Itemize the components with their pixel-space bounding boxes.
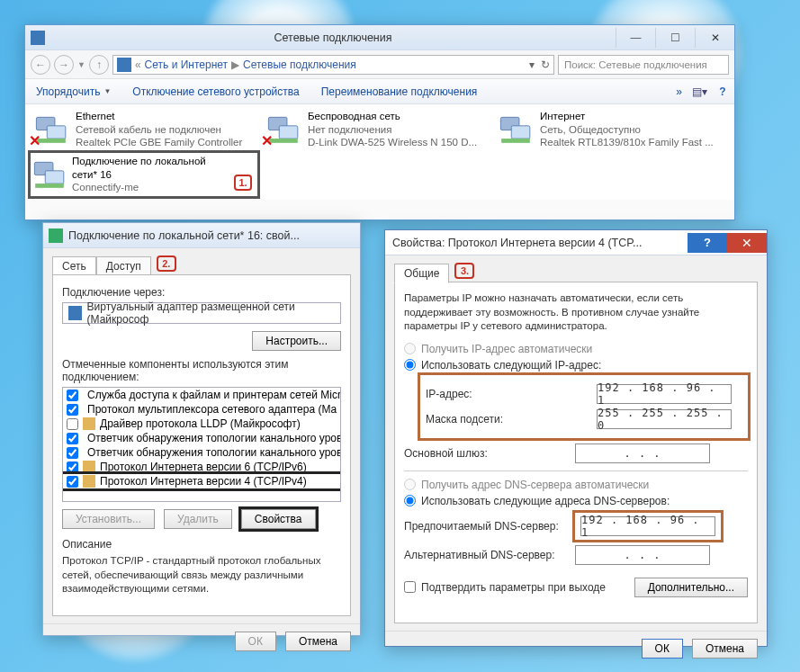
adapter-field: Виртуальный адаптер размещенной сети (Ма… bbox=[62, 302, 341, 324]
mask-input[interactable]: 255 . 255 . 255 . 0 bbox=[597, 409, 732, 429]
network-adapter-icon: ✕ bbox=[32, 110, 70, 148]
help-icon[interactable]: ? bbox=[711, 82, 734, 102]
radio-manual-dns[interactable] bbox=[404, 495, 416, 506]
up-button[interactable]: ↑ bbox=[89, 55, 109, 75]
component-checkbox[interactable] bbox=[67, 476, 78, 488]
dlg2-title: Свойства: Протокол Интернета версии 4 (T… bbox=[385, 237, 688, 249]
svg-rect-1 bbox=[47, 126, 66, 139]
remove-button[interactable]: Удалить bbox=[164, 509, 232, 529]
close-button[interactable]: ✕ bbox=[695, 28, 734, 48]
component-label: Протокол мультиплексора сетевого адаптер… bbox=[87, 403, 337, 416]
forward-button[interactable]: → bbox=[54, 55, 74, 75]
connection-adapter: Connectify-me bbox=[72, 181, 229, 193]
dlg2-ok-button[interactable]: ОК bbox=[642, 639, 683, 659]
svg-rect-8 bbox=[501, 139, 530, 143]
gateway-input[interactable]: . . . bbox=[575, 444, 710, 463]
connection-text: Интернет Сеть, Общедоступно Realtek RTL8… bbox=[540, 110, 714, 149]
address-bar[interactable]: « Сеть и Интернет ▶ Сетевые подключения … bbox=[112, 55, 554, 75]
annotation-1: 1. bbox=[234, 175, 252, 191]
ip-label: IP-адрес: bbox=[426, 388, 597, 400]
breadcrumb-leaf[interactable]: Сетевые подключения bbox=[243, 58, 356, 71]
connect-via-label: Подключение через: bbox=[62, 286, 341, 299]
rename-connection-button[interactable]: Переименование подключения bbox=[310, 85, 489, 98]
ipv4-properties-dialog: Свойства: Протокол Интернета версии 4 (T… bbox=[384, 229, 768, 647]
component-checkbox[interactable] bbox=[67, 433, 78, 444]
component-checkbox[interactable] bbox=[67, 390, 78, 401]
component-row[interactable]: Протокол Интернета версии 6 (TCP/IPv6) bbox=[63, 460, 340, 474]
dlg2-close-button[interactable]: ✕ bbox=[727, 233, 767, 253]
connection-item[interactable]: Подключение по локальной сети* 16 Connec… bbox=[31, 153, 257, 196]
component-row[interactable]: Служба доступа к файлам и принтерам сете… bbox=[63, 388, 340, 402]
component-row[interactable]: Протокол Интернета версии 4 (TCP/IPv4) bbox=[63, 474, 340, 488]
dlg1-cancel-button[interactable]: Отмена bbox=[285, 632, 351, 651]
component-icon bbox=[83, 461, 95, 473]
component-label: Протокол Интернета версии 4 (TCP/IPv4) bbox=[100, 475, 307, 488]
component-row[interactable]: Драйвер протокола LLDP (Майкрософт) bbox=[63, 417, 340, 431]
disconnected-x-icon: ✕ bbox=[261, 132, 273, 149]
dns1-label: Предпочитаемый DNS-сервер: bbox=[404, 520, 575, 533]
svg-rect-11 bbox=[35, 184, 64, 188]
ip-input[interactable]: 192 . 168 . 96 . 1 bbox=[597, 384, 732, 404]
component-row[interactable]: Ответчик обнаружения топологии канальног… bbox=[63, 445, 340, 460]
disconnected-x-icon: ✕ bbox=[29, 132, 40, 149]
dlg1-ok-button[interactable]: ОК bbox=[235, 632, 276, 651]
organize-menu[interactable]: Упорядочить▼ bbox=[25, 85, 121, 98]
network-adapter-icon bbox=[497, 110, 535, 148]
window-icon bbox=[31, 31, 45, 45]
annotation-3: 3. bbox=[454, 263, 474, 279]
description-header: Описание bbox=[62, 538, 341, 551]
component-checkbox[interactable] bbox=[67, 461, 78, 473]
radio-manual-ip[interactable] bbox=[404, 359, 416, 371]
annotation-2: 2. bbox=[157, 255, 176, 272]
connection-item[interactable]: ✕ Беспроводная сеть Нет подключения D-Li… bbox=[263, 108, 490, 151]
connection-adapter: Realtek RTL8139/810x Family Fast ... bbox=[540, 136, 714, 148]
breadcrumb-sep: « bbox=[135, 58, 141, 71]
titlebar[interactable]: Сетевые подключения — ☐ ✕ bbox=[25, 25, 734, 50]
configure-button[interactable]: Настроить... bbox=[252, 331, 341, 351]
radio-auto-ip[interactable] bbox=[404, 343, 416, 354]
component-row[interactable]: Протокол мультиплексора сетевого адаптер… bbox=[63, 402, 340, 417]
cmd-overflow-icon[interactable]: » bbox=[488, 85, 688, 98]
confirm-on-exit-checkbox[interactable] bbox=[404, 581, 416, 593]
minimize-button[interactable]: — bbox=[616, 28, 655, 48]
breadcrumb-arrow-icon: ▶ bbox=[231, 58, 239, 71]
advanced-button[interactable]: Дополнительно... bbox=[634, 578, 748, 597]
connection-text: Ethernet Сетевой кабель не подключен Rea… bbox=[76, 110, 242, 149]
dns2-label: Альтернативный DNS-сервер: bbox=[404, 549, 575, 561]
tab-access[interactable]: Доступ bbox=[96, 256, 151, 276]
components-list[interactable]: Служба доступа к файлам и принтерам сете… bbox=[62, 387, 341, 502]
dlg2-cancel-button[interactable]: Отмена bbox=[692, 639, 758, 659]
dlg2-help-button[interactable]: ? bbox=[688, 233, 727, 253]
adapter-name: Виртуальный адаптер размещенной сети (Ма… bbox=[87, 300, 335, 326]
connection-name: Подключение по локальной сети* 16 bbox=[72, 155, 229, 181]
connection-name: Беспроводная сеть bbox=[308, 110, 477, 122]
address-dropdown-icon[interactable]: ▾ ↻ bbox=[529, 58, 550, 71]
dlg2-titlebar[interactable]: Свойства: Протокол Интернета версии 4 (T… bbox=[385, 230, 767, 255]
component-checkbox[interactable] bbox=[67, 404, 78, 416]
back-button[interactable]: ← bbox=[31, 55, 50, 75]
search-placeholder: Поиск: Сетевые подключения bbox=[564, 59, 707, 70]
component-checkbox[interactable] bbox=[67, 447, 78, 459]
install-button[interactable]: Установить... bbox=[62, 509, 155, 529]
component-row[interactable]: Ответчик обнаружения топологии канальног… bbox=[63, 431, 340, 445]
component-checkbox[interactable] bbox=[67, 418, 78, 430]
radio-auto-dns[interactable] bbox=[404, 479, 416, 490]
chevron-down-icon: ▼ bbox=[103, 87, 111, 95]
dns1-input[interactable]: 192 . 168 . 96 . 1 bbox=[580, 516, 715, 536]
tab-network[interactable]: Сеть bbox=[52, 256, 96, 276]
gateway-label: Основной шлюз: bbox=[404, 447, 575, 460]
tab-general[interactable]: Общие bbox=[394, 264, 449, 283]
connection-item[interactable]: ✕ Ethernet Сетевой кабель не подключен R… bbox=[31, 108, 257, 151]
maximize-button[interactable]: ☐ bbox=[655, 28, 695, 48]
search-input[interactable]: Поиск: Сетевые подключения bbox=[558, 55, 729, 75]
recent-dropdown-icon[interactable]: ▼ bbox=[77, 60, 85, 69]
view-layout-icon[interactable]: ▤▾ bbox=[688, 82, 711, 102]
disable-device-button[interactable]: Отключение сетевого устройства bbox=[121, 85, 310, 98]
connection-name: Интернет bbox=[540, 110, 714, 122]
component-properties-button[interactable]: Свойства bbox=[241, 509, 316, 529]
dns2-input[interactable]: . . . bbox=[575, 545, 710, 565]
connection-text: Беспроводная сеть Нет подключения D-Link… bbox=[308, 110, 477, 149]
dlg1-titlebar[interactable]: Подключение по локальной сети* 16: свой.… bbox=[43, 223, 360, 248]
breadcrumb-root[interactable]: Сеть и Интернет bbox=[145, 58, 228, 71]
connection-item[interactable]: Интернет Сеть, Общедоступно Realtek RTL8… bbox=[495, 108, 722, 151]
